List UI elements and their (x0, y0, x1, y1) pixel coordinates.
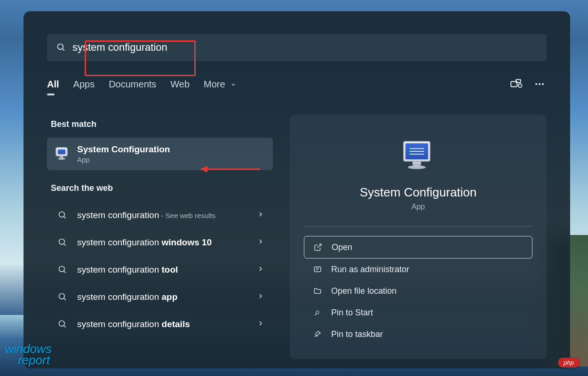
tab-documents[interactable]: Documents (109, 79, 156, 90)
svg-point-4 (518, 84, 522, 87)
web-result[interactable]: system configuration details (47, 311, 273, 338)
best-match-result[interactable]: System Configuration App (47, 138, 273, 170)
best-match-title: System Configuration (77, 144, 264, 155)
action-pin-taskbar-label: Pin to taskbar (331, 329, 383, 339)
tab-more-label: More (204, 79, 225, 89)
web-result-title: system configuration windows 10 (77, 237, 257, 248)
search-across-devices-icon[interactable] (509, 77, 523, 91)
watermark-windows-report: windows report (5, 344, 52, 366)
divider (304, 226, 532, 227)
filter-tabs: All Apps Documents Web More (47, 77, 547, 91)
more-options-icon[interactable] (532, 77, 547, 91)
web-result-title: system configuration details (77, 319, 257, 329)
msconfig-app-icon (56, 147, 70, 161)
chevron-right-icon (257, 211, 264, 220)
web-result-title: system configuration tool (77, 265, 257, 275)
action-open[interactable]: Open (304, 236, 532, 258)
chevron-right-icon (257, 320, 264, 329)
section-search-web: Search the web (51, 183, 273, 193)
action-pin-start-label: Pin to Start (331, 308, 373, 318)
search-icon (56, 263, 70, 277)
chevron-right-icon (257, 238, 264, 247)
folder-icon (312, 286, 323, 296)
search-icon (56, 317, 70, 331)
pin-icon (312, 307, 323, 318)
search-bar[interactable] (47, 34, 547, 61)
svg-line-17 (64, 326, 66, 328)
chevron-down-icon (230, 79, 236, 90)
windows-search-panel: All Apps Documents Web More Best match (24, 11, 570, 368)
action-run-admin-label: Run as administrator (331, 265, 409, 274)
svg-line-11 (64, 244, 66, 246)
web-result-title: system configuration - See web results (77, 210, 257, 220)
chevron-right-icon (257, 292, 264, 302)
web-result[interactable]: system configuration app (47, 283, 273, 311)
search-icon (56, 43, 66, 52)
svg-point-5 (535, 83, 537, 85)
action-run-admin[interactable]: Run as administrator (304, 258, 532, 280)
svg-line-18 (318, 244, 321, 248)
tab-apps[interactable]: Apps (73, 79, 95, 90)
tab-web[interactable]: Web (170, 79, 190, 90)
search-icon (56, 235, 70, 250)
open-icon (313, 242, 323, 252)
web-result[interactable]: system configuration tool (47, 256, 273, 283)
web-result-title: system configuration app (77, 292, 257, 302)
svg-line-21 (315, 335, 317, 337)
search-input[interactable] (72, 41, 537, 54)
chevron-right-icon (257, 265, 264, 274)
best-match-subtitle: App (77, 156, 264, 164)
shield-icon (312, 264, 323, 274)
preview-app-icon (401, 140, 435, 174)
svg-point-6 (539, 83, 540, 85)
section-best-match: Best match (51, 119, 273, 129)
search-icon (56, 208, 70, 222)
svg-point-0 (58, 44, 64, 50)
svg-point-8 (59, 212, 65, 218)
action-open-file-location[interactable]: Open file location (304, 280, 532, 302)
action-pin-taskbar[interactable]: Pin to taskbar (304, 323, 532, 345)
svg-point-10 (59, 239, 65, 245)
watermark-line2: report (18, 355, 52, 366)
web-result[interactable]: system configuration - See web results (47, 202, 273, 229)
svg-line-1 (63, 49, 64, 51)
pin-icon (312, 329, 323, 339)
actions-list: Open Run as administrator Open file loca… (290, 236, 547, 345)
preview-column: System Configuration App Open Run as adm… (290, 115, 547, 359)
svg-point-7 (542, 83, 544, 85)
action-open-label: Open (332, 243, 352, 252)
tab-more[interactable]: More (204, 79, 236, 90)
action-open-file-location-label: Open file location (331, 286, 397, 296)
svg-point-14 (59, 294, 65, 299)
action-pin-start[interactable]: Pin to Start (304, 302, 532, 323)
svg-line-20 (315, 313, 317, 315)
results-column: Best match System Configuration App (47, 115, 273, 359)
preview-title: System Configuration (290, 185, 547, 200)
svg-point-12 (59, 266, 65, 272)
svg-line-13 (64, 271, 66, 273)
php-badge: php (558, 358, 580, 368)
search-icon (56, 290, 70, 304)
svg-line-15 (64, 298, 66, 300)
tab-all[interactable]: All (47, 79, 59, 90)
svg-line-9 (64, 217, 66, 219)
web-result[interactable]: system configuration windows 10 (47, 229, 273, 256)
svg-point-16 (59, 321, 65, 327)
preview-subtitle: App (290, 203, 547, 211)
